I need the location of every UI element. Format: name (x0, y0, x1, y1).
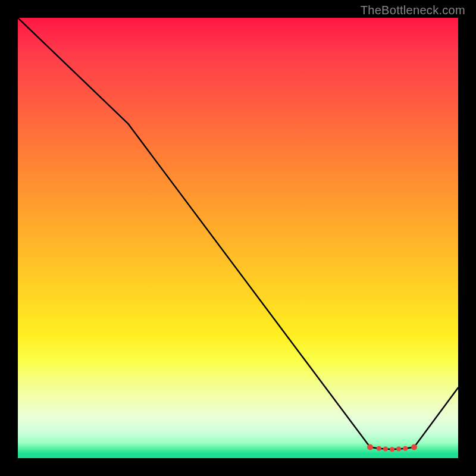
attribution-text: TheBottleneck.com (361, 4, 465, 17)
marker-point (377, 446, 381, 451)
plot-area (18, 18, 458, 458)
chart-svg (18, 18, 458, 458)
marker-point (383, 446, 388, 451)
marker-point (396, 446, 401, 451)
series-line (18, 18, 458, 449)
marker-point (367, 444, 373, 450)
marker-point (403, 446, 408, 451)
marker-point (411, 444, 417, 450)
marker-group (367, 444, 417, 452)
chart-frame: TheBottleneck.com (0, 0, 476, 476)
marker-point (390, 447, 394, 452)
